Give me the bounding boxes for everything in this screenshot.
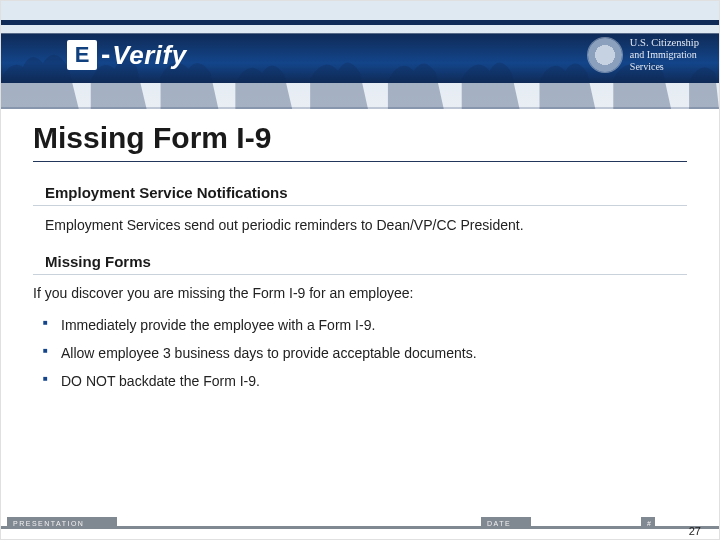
everify-logo: E - Verify xyxy=(67,39,187,71)
footer-tab-date: DATE xyxy=(481,517,531,529)
uscis-line3: Services xyxy=(630,61,699,73)
uscis-line1: U.S. Citizenship xyxy=(630,37,699,49)
uscis-branding: U.S. Citizenship and Immigration Service… xyxy=(588,37,699,73)
everify-logo-dash: - xyxy=(101,39,110,71)
everify-logo-e: E xyxy=(67,40,97,70)
header-band: E - Verify U.S. Citizenship and Immigrat… xyxy=(1,1,719,109)
list-item: Immediately provide the employee with a … xyxy=(61,311,687,339)
section-heading-missing: Missing Forms xyxy=(33,253,687,275)
list-item: Allow employee 3 business days to provid… xyxy=(61,339,687,367)
page-title: Missing Form I-9 xyxy=(33,121,687,162)
dhs-seal-icon xyxy=(588,38,622,72)
everify-logo-word: Verify xyxy=(112,40,186,71)
uscis-text: U.S. Citizenship and Immigration Service… xyxy=(630,37,699,73)
section-body-notifications: Employment Services send out periodic re… xyxy=(33,216,687,253)
footer-tab-presentation: PRESENTATION xyxy=(7,517,117,529)
section-heading-notifications: Employment Service Notifications xyxy=(33,184,687,206)
slide: E - Verify U.S. Citizenship and Immigrat… xyxy=(0,0,720,540)
footer-tab-number: # xyxy=(641,517,655,529)
bullet-list: Immediately provide the employee with a … xyxy=(33,311,687,395)
header-divider xyxy=(1,107,719,109)
footer: PRESENTATION DATE # 27 xyxy=(1,511,719,539)
section-lead-missing: If you discover you are missing the Form… xyxy=(33,285,687,311)
list-item: DO NOT backdate the Form I-9. xyxy=(61,367,687,395)
content-area: Missing Form I-9 Employment Service Noti… xyxy=(1,109,719,395)
page-number: 27 xyxy=(689,525,701,537)
uscis-line2: and Immigration xyxy=(630,49,699,61)
